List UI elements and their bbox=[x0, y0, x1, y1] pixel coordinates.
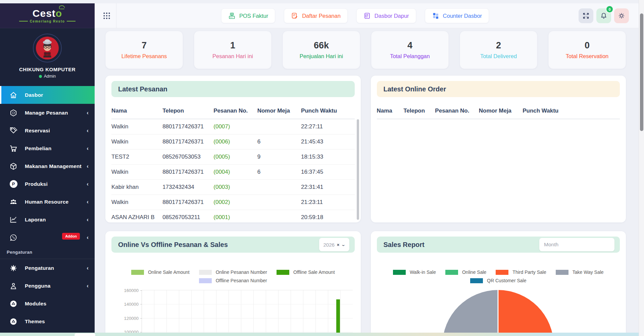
stat-total-reservation: 0 Total Reservation bbox=[548, 31, 626, 69]
brand-logo[interactable]: Cesto Cemerlang Resto bbox=[0, 3, 95, 28]
settings-button[interactable] bbox=[614, 8, 629, 23]
clear-icon[interactable]: × bbox=[337, 242, 340, 247]
user-profile: CHIKUNG KOMPUTER Admin bbox=[0, 28, 95, 79]
latest-pesanan-header: Latest Pesanan bbox=[111, 81, 355, 97]
legend-swatch bbox=[199, 278, 212, 283]
chevron-down-icon: ⌄ bbox=[341, 242, 346, 247]
sales-pie bbox=[442, 290, 554, 336]
year-select[interactable]: 2026 × ⌄ bbox=[319, 238, 349, 251]
chevron-left-icon: ‹ bbox=[87, 234, 89, 241]
table-cell-telepon: 8801717426371 bbox=[162, 199, 213, 206]
legend-swatch bbox=[131, 270, 144, 275]
sidebar-item-label: Dasbor bbox=[25, 92, 43, 98]
table-row: Walkin8801717426371(0004)616:37:45 bbox=[111, 165, 355, 180]
table-cell-waktu: 22:31:41 bbox=[301, 184, 354, 191]
tables-row: Latest Pesanan Nama Telepon Pesanan No. … bbox=[105, 76, 626, 222]
stat-label: Pesanan Hari ini bbox=[212, 53, 253, 59]
stats-row: 7 Lifetime Pesanans 1 Pesanan Hari ini 6… bbox=[105, 31, 626, 69]
page-scrollbar-thumb[interactable] bbox=[640, 13, 643, 131]
notifications-button[interactable]: 0 bbox=[596, 8, 611, 23]
sidebar-item-pengguna[interactable]: Pengguna ‹ bbox=[0, 277, 95, 295]
table-cell-pesanan: (0004) bbox=[213, 169, 257, 175]
latest-online-order-card: Latest Online Order Nama Telepon Pesanan… bbox=[371, 76, 626, 222]
chef-hat-icon bbox=[59, 5, 66, 10]
table-cell-telepon: 1732432434 bbox=[162, 184, 213, 191]
latest-pesanan-body: Walkin8801717426371(0007)22:27:11Walkin8… bbox=[111, 119, 355, 222]
cart-icon bbox=[9, 144, 17, 153]
sidebar-item-label: Modules bbox=[25, 301, 46, 307]
stat-total-delivered: 2 Total Delivered bbox=[460, 31, 537, 69]
produksi-icon: P bbox=[9, 180, 17, 188]
bar-chart-legend: Online Sale Amount Online Pesanan Number… bbox=[111, 269, 355, 283]
sidebar-item-label: Reservasi bbox=[25, 128, 50, 134]
sidebar-item-makanan-management[interactable]: Makanan Management ‹ bbox=[0, 157, 95, 175]
apps-grid-icon[interactable] bbox=[99, 8, 114, 23]
cube-icon bbox=[9, 162, 17, 170]
user-name: CHIKUNG KOMPUTER bbox=[0, 67, 95, 72]
stat-total-pelanggan: 4 Total Pelanggan bbox=[371, 31, 449, 69]
sidebar-item-dasbor[interactable]: Dasbor bbox=[0, 86, 95, 104]
legend-swatch bbox=[445, 270, 458, 275]
table-row: TEST2085267053053(0005)918:15:33 bbox=[111, 150, 355, 165]
avatar[interactable] bbox=[36, 37, 59, 59]
sidebar-item-themes[interactable]: Themes bbox=[0, 312, 95, 330]
table-cell-nama: Walkin bbox=[111, 138, 162, 145]
table-cell-pesanan: (0005) bbox=[213, 154, 257, 160]
sidebar-item-pengaturan[interactable]: Pengaturan ‹ bbox=[0, 259, 95, 277]
table-cell-nama: Walkin bbox=[111, 123, 162, 130]
chevron-left-icon: ‹ bbox=[87, 127, 89, 134]
fullscreen-button[interactable] bbox=[579, 8, 593, 23]
sidebar-item-laporan[interactable]: Laporan ‹ bbox=[0, 211, 95, 228]
chevron-left-icon: ‹ bbox=[87, 145, 89, 152]
module-icon bbox=[9, 318, 17, 326]
table-cell-pesanan: (0002) bbox=[213, 199, 257, 206]
table-scrollbar[interactable] bbox=[357, 119, 359, 220]
card-title: Latest Pesanan bbox=[118, 85, 167, 93]
table-cell-nama: TEST2 bbox=[111, 154, 162, 160]
sidebar-item-manage-pesanan[interactable]: Manage Pesanan ‹ bbox=[0, 104, 95, 122]
table-cell-nama: Walkin bbox=[111, 169, 162, 175]
sidebar-item-produksi[interactable]: P Produksi ‹ bbox=[0, 175, 95, 193]
chevron-left-icon: ‹ bbox=[87, 265, 89, 271]
charts-row: Online Vs Offline Pesanan & Sales 2026 ×… bbox=[105, 231, 626, 336]
chart-title: Sales Report bbox=[384, 241, 425, 249]
table-cell-nama: ASAN AZHARI B bbox=[111, 214, 162, 221]
sidebar: Cesto Cemerlang Resto bbox=[0, 3, 95, 336]
sidebar-item-reservasi[interactable]: Reservasi ‹ bbox=[0, 122, 95, 139]
table-cell-telepon: 8801717426371 bbox=[162, 123, 213, 130]
pos-faktur-button[interactable]: POS Faktur bbox=[221, 8, 275, 23]
sidebar-item-pembelian[interactable]: Pembelian ‹ bbox=[0, 139, 95, 157]
sidebar-item-whatsapp-addon[interactable]: Addon ‹ bbox=[0, 228, 95, 246]
table-row: Walkin8801717426371(0006)621:45:43 bbox=[111, 134, 355, 150]
brand-tagline: Cemerlang Resto bbox=[19, 19, 76, 23]
legend-swatch bbox=[277, 270, 289, 275]
stat-value: 66k bbox=[314, 40, 329, 51]
legend-swatch bbox=[470, 278, 483, 283]
sidebar-item-modules[interactable]: Modules bbox=[0, 295, 95, 312]
daftar-pesanan-button[interactable]: Daftar Pesanan bbox=[284, 8, 348, 23]
table-cell-telepon: 8801717426371 bbox=[162, 169, 213, 175]
table-row: ASAN AZHARI B085267053211(0001)20:59:18 bbox=[111, 210, 355, 222]
bottom-strip bbox=[0, 333, 639, 336]
sidebar-nav: Dasbor Manage Pesanan ‹ Reservasi ‹ Pemb… bbox=[0, 86, 95, 330]
tags-icon bbox=[9, 127, 17, 135]
sidebar-item-label: Human Resource bbox=[25, 199, 68, 205]
chevron-left-icon: ‹ bbox=[87, 199, 89, 205]
stat-value: 1 bbox=[230, 40, 235, 51]
topbar-right-icons: 0 bbox=[579, 8, 629, 23]
chart-title: Online Vs Offline Pesanan & Sales bbox=[118, 241, 228, 249]
table-row: Walkin8801717426371(0002)21:23:11 bbox=[111, 195, 355, 210]
page-scrollbar[interactable] bbox=[639, 0, 644, 336]
month-filter-input[interactable] bbox=[539, 238, 614, 251]
chart-line-icon bbox=[9, 216, 17, 224]
stat-pesanan-hari-ini: 1 Pesanan Hari ini bbox=[194, 31, 271, 69]
chevron-left-icon: ‹ bbox=[87, 181, 89, 187]
home-icon bbox=[9, 91, 17, 99]
whatsapp-icon bbox=[9, 234, 17, 242]
dasbor-dapur-button[interactable]: Dasbor Dapur bbox=[356, 8, 416, 23]
sidebar-item-human-resource[interactable]: Human Resource ‹ bbox=[0, 193, 95, 211]
sidebar-item-label: Pengguna bbox=[25, 283, 51, 289]
counter-dasbor-button[interactable]: Counter Dasbor bbox=[425, 8, 489, 23]
stat-label: Lifetime Pesanans bbox=[121, 53, 167, 59]
online-offline-chart-card: Online Vs Offline Pesanan & Sales 2026 ×… bbox=[105, 231, 361, 336]
